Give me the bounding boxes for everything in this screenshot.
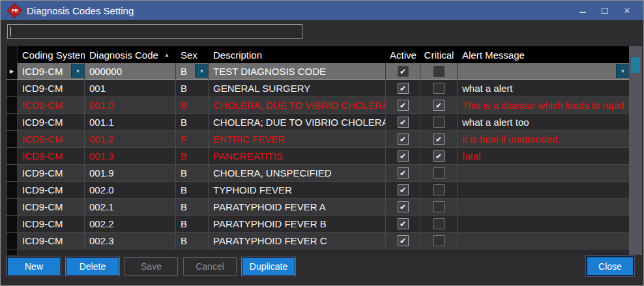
cell-alert-message[interactable] <box>458 199 629 216</box>
table-row[interactable]: ICD9-CM002.3BPARATYPHOID FEVER C✔ <box>7 233 629 250</box>
table-row[interactable]: ICD9-CM001.3BPANCREATITIS✔✔fatal <box>7 148 629 165</box>
cell-coding-system[interactable]: ICD9-CM <box>18 114 85 131</box>
row-header[interactable] <box>7 165 18 182</box>
cell-sex[interactable]: B <box>176 97 209 114</box>
column-header-sex[interactable]: Sex <box>176 46 209 63</box>
cell-description[interactable]: TYPHOID FEVER <box>209 182 386 199</box>
critical-checkbox[interactable] <box>433 218 445 229</box>
cell-alert-message[interactable]: fatal <box>458 148 629 165</box>
close-window-button[interactable]: ✕ <box>617 3 637 18</box>
active-checkbox[interactable]: ✔ <box>398 100 409 111</box>
maximize-button[interactable] <box>595 3 615 18</box>
column-header-active[interactable]: Active <box>386 46 420 63</box>
column-header-coding-system[interactable]: Coding System <box>18 46 85 63</box>
cell-description[interactable]: PARATYPHOID FEVER A <box>209 199 386 216</box>
active-checkbox[interactable]: ✔ <box>398 117 409 128</box>
table-row[interactable]: ICD9-CM002.2BPARATYPHOID FEVER B✔ <box>7 216 629 233</box>
critical-checkbox[interactable]: ✔ <box>433 150 445 162</box>
cell-alert-message[interactable] <box>458 182 629 199</box>
table-row[interactable]: ICD9-CM002.0BTYPHOID FEVER✔ <box>7 182 629 199</box>
row-header[interactable] <box>7 182 18 199</box>
scrollbar-thumb[interactable] <box>631 57 640 73</box>
critical-checkbox[interactable]: ✔ <box>433 100 445 111</box>
critical-checkbox[interactable] <box>433 201 445 212</box>
critical-checkbox[interactable] <box>433 66 445 77</box>
cell-coding-system[interactable]: ICD9-CM <box>18 216 85 233</box>
cell-diagnosis-code[interactable]: 001.2 <box>85 131 176 148</box>
cell-sex[interactable]: B <box>176 182 209 199</box>
column-header-critical[interactable]: Critical <box>420 46 458 63</box>
critical-checkbox[interactable]: ✔ <box>433 134 445 145</box>
cell-sex[interactable]: B▾ <box>176 63 209 80</box>
critical-checkbox[interactable] <box>433 184 445 195</box>
cell-coding-system[interactable]: ICD9-CM <box>18 233 85 250</box>
sex-dropdown[interactable]: ▾ <box>195 64 208 78</box>
table-row[interactable]: ICD9-CM001.2FENTRIC FEVER✔✔it is fatal i… <box>7 131 629 148</box>
row-header[interactable] <box>7 199 18 216</box>
cell-description[interactable]: CHOLERA, UNSPECIFIED <box>209 165 386 182</box>
cell-diagnosis-code[interactable]: 001 <box>85 80 176 97</box>
table-row[interactable]: ICD9-CM001.1BCHOLERA; DUE TO VIBRIO CHOL… <box>7 114 629 131</box>
table-row[interactable]: ▶ICD9-CM▾000000B▾TEST DIAGNOSIS CODE✔▾ <box>7 63 629 80</box>
cell-diagnosis-code[interactable]: 001.9 <box>85 165 176 182</box>
cell-sex[interactable]: B <box>176 216 209 233</box>
cell-alert-message[interactable] <box>458 165 629 182</box>
cell-sex[interactable]: B <box>176 199 209 216</box>
cell-alert-message[interactable] <box>458 216 629 233</box>
table-row[interactable]: ICD9-CM002.1BPARATYPHOID FEVER A✔ <box>7 199 629 216</box>
cell-description[interactable]: PARATYPHOID FEVER C <box>209 233 386 250</box>
row-header[interactable] <box>7 216 18 233</box>
critical-checkbox[interactable] <box>433 117 445 128</box>
cancel-button[interactable]: Cancel <box>183 257 237 276</box>
alert-message-dropdown[interactable]: ▾ <box>616 64 629 78</box>
cell-sex[interactable]: B <box>176 114 209 131</box>
cell-sex[interactable]: B <box>176 80 209 97</box>
cell-sex[interactable]: B <box>176 148 209 165</box>
minimize-button[interactable] <box>573 3 593 18</box>
filter-input[interactable] <box>7 24 302 39</box>
active-checkbox[interactable]: ✔ <box>398 134 409 145</box>
row-header[interactable] <box>7 233 18 250</box>
row-header[interactable] <box>7 114 18 131</box>
cell-coding-system[interactable]: ICD9-CM <box>18 131 85 148</box>
cell-diagnosis-code[interactable]: 001.0 <box>85 97 176 114</box>
table-row[interactable]: ICD9-CM001.0BCHOLERA; DUE TO VIBRIO CHOL… <box>7 97 629 114</box>
table-row[interactable]: ICD9-CM001.9BCHOLERA, UNSPECIFIED✔ <box>7 165 629 182</box>
cell-alert-message[interactable]: This is a disease which leads to rapid <box>458 97 629 114</box>
cell-alert-message[interactable]: what a alert <box>458 80 629 97</box>
cell-sex[interactable]: B <box>176 165 209 182</box>
cell-diagnosis-code[interactable]: 002.0 <box>85 182 176 199</box>
active-checkbox[interactable]: ✔ <box>398 184 409 195</box>
active-checkbox[interactable]: ✔ <box>398 218 409 229</box>
critical-checkbox[interactable] <box>433 167 445 179</box>
active-checkbox[interactable]: ✔ <box>398 83 409 94</box>
cell-coding-system[interactable]: ICD9-CM <box>18 182 85 199</box>
cell-diagnosis-code[interactable]: 002.3 <box>85 233 176 250</box>
active-checkbox[interactable]: ✔ <box>398 150 409 162</box>
save-button[interactable]: Save <box>124 257 178 276</box>
row-header[interactable]: ▶ <box>7 63 18 80</box>
cell-coding-system[interactable]: ICD9-CM▾ <box>18 63 85 80</box>
cell-alert-message[interactable]: it is fatal if unattended. <box>458 131 629 148</box>
column-header-description[interactable]: Description <box>209 46 386 63</box>
cell-coding-system[interactable]: ICD9-CM <box>18 199 85 216</box>
column-header-alert[interactable]: Alert Message <box>458 46 629 63</box>
cell-diagnosis-code[interactable]: 002.2 <box>85 216 176 233</box>
row-header[interactable] <box>7 97 18 114</box>
column-header-code[interactable]: Diagnosis Code▲ <box>85 46 176 63</box>
duplicate-button[interactable]: Duplicate <box>242 257 295 276</box>
cell-sex[interactable]: B <box>176 233 209 250</box>
cell-coding-system[interactable]: ICD9-CM <box>18 148 85 165</box>
cell-coding-system[interactable]: ICD9-CM <box>18 165 85 182</box>
active-checkbox[interactable]: ✔ <box>398 201 409 212</box>
active-checkbox[interactable]: ✔ <box>398 167 409 179</box>
critical-checkbox[interactable] <box>433 83 445 94</box>
vertical-scrollbar[interactable] <box>629 46 642 255</box>
cell-description[interactable]: CHOLERA; DUE TO VIBRIO CHOLERAE <box>209 97 386 114</box>
row-header[interactable] <box>7 131 18 148</box>
scroll-up-icon[interactable] <box>629 46 642 57</box>
cell-coding-system[interactable]: ICD9-CM <box>18 97 85 114</box>
cell-description[interactable]: CHOLERA; DUE TO VIBRIO CHOLERAE <box>209 114 386 131</box>
cell-coding-system[interactable]: ICD9-CM <box>18 80 85 97</box>
close-button[interactable]: Close <box>586 256 634 276</box>
